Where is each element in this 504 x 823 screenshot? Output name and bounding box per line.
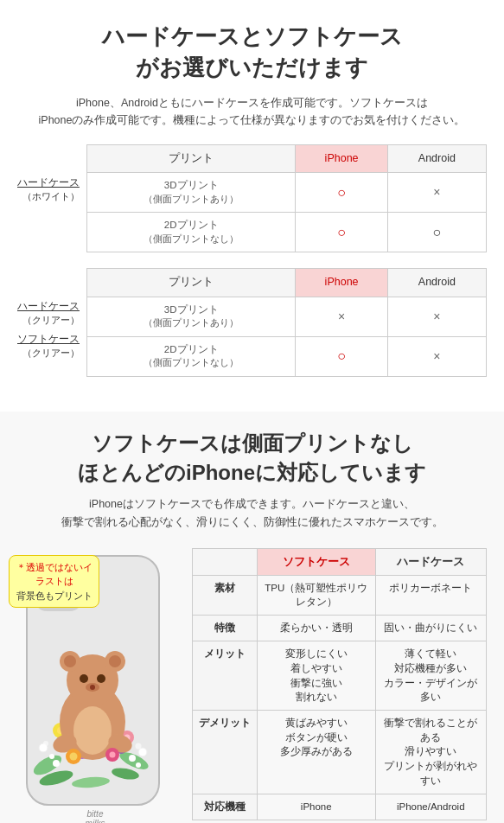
label-hard-clear-main: ハードケース [17,299,80,314]
svg-point-40 [129,755,136,762]
section2-desc: iPhoneはソフトケースでも作成できます。ハードケースと違い、 衝撃で割れる心… [17,495,487,533]
hard-merit: 薄くて軽い対応機種が多いカラー・デザインが多い [375,641,487,711]
compare-table: ソフトケース ハードケース 素材 TPU（熱可塑性ポリウレタン） ポリカーボネー… [192,548,487,820]
table-row: メリット 変形しにくい着しやすい衝撃に強い割れない 薄くて軽い対応機種が多いカラ… [193,641,487,711]
table-row: 対応機種 iPhone iPhone/Android [193,794,487,820]
iphone-cell: × [296,297,387,336]
table1: プリント iPhone Android 3Dプリント（側面プリントあり） ○ ×… [86,144,487,253]
table2-block: プリント iPhone Android 3Dプリント（側面プリントあり） × ×… [86,268,487,377]
table-row: 3Dプリント（側面プリントあり） ○ × [87,173,487,213]
col-print-header: プリント [87,144,296,173]
hard-feature: 固い・曲がりにくい [375,616,487,641]
compare-area: ＊透過ではないイラストは背景色もプリント [17,548,487,823]
table-row: 素材 TPU（熱可塑性ポリウレタン） ポリカーボネート [193,575,487,615]
label-demerit: デメリット [193,711,258,794]
svg-point-8 [136,743,142,749]
table1-left-labels: ハードケース （ホワイト） [17,144,86,207]
table2: プリント iPhone Android 3Dプリント（側面プリントあり） × ×… [86,268,487,377]
svg-point-31 [73,706,112,755]
label-hard-sub: （ホワイト） [17,190,80,203]
col-print-header2: プリント [87,269,296,297]
label-hard-clear-sub: （クリアー） [17,314,80,327]
table-row: デメリット 黄ばみやすいボタンが硬い多少厚みがある 衝撃で割れることがある滑りや… [193,711,487,794]
svg-point-37 [110,751,116,757]
print-cell: 3Dプリント（側面プリントあり） [87,297,296,336]
android-cell: × [387,336,486,376]
svg-point-30 [90,685,95,690]
table-row: 2Dプリント（側面プリントなし） ○ × [87,336,487,376]
label-soft-clear-sub: （クリアー） [17,347,80,360]
label-soft-clear-main: ソフトケース [17,332,80,347]
svg-point-6 [43,741,48,746]
label-hard-clear: ハードケース （クリアー） [17,299,80,327]
table2-left-labels: ハードケース （クリアー） ソフトケース （クリアー） [17,268,86,363]
svg-point-35 [70,752,78,760]
section1: ハードケースとソフトケースがお選びいただけます iPhone、Androidとも… [0,0,504,394]
soft-merit: 変形しにくい着しやすい衝撃に強い割れない [258,641,376,711]
phone-side: ＊透過ではないイラストは背景色もプリント [17,548,182,823]
svg-point-38 [53,760,60,767]
section2: ソフトケースは側面プリントなしほとんどのiPhoneに対応しています iPhon… [0,412,504,823]
phone-brand-label: bittemilks [17,809,173,823]
table-row: 3Dプリント（側面プリントあり） × × [87,297,487,336]
table-row: 2Dプリント（側面プリントなし） ○ ○ [87,213,487,252]
svg-point-28 [97,674,105,683]
table-row: 特徴 柔らかい・透明 固い・曲がりにくい [193,616,487,641]
col-iphone-header: iPhone [296,144,387,173]
svg-point-4 [72,775,111,789]
android-cell: ○ [387,213,486,252]
label-material: 素材 [193,575,258,615]
col-iphone-header2: iPhone [296,269,387,297]
section1-title: ハードケースとソフトケースがお選びいただけます [17,21,487,84]
print-cell: 2Dプリント（側面プリントなし） [87,336,296,376]
label-merit: メリット [193,641,258,711]
soft-feature: 柔らかい・透明 [258,616,376,641]
label-soft-clear: ソフトケース （クリアー） [17,332,80,360]
soft-demerit: 黄ばみやすいボタンが硬い多少厚みがある [258,711,376,794]
svg-point-24 [64,655,76,667]
soft-models: iPhone [258,794,376,820]
print-cell: 3Dプリント（側面プリントあり） [87,173,296,213]
android-cell: × [387,173,486,213]
svg-point-41 [136,762,141,768]
hard-material: ポリカーボネート [375,575,487,615]
svg-point-39 [49,754,54,759]
iphone-cell: ○ [296,336,387,376]
hard-demerit: 衝撃で割れることがある滑りやすいプリントが剥がれやすい [375,711,487,794]
bear-flowers-svg [30,609,156,804]
hard-models: iPhone/Android [375,794,487,820]
section2-title: ソフトケースは側面プリントなしほとんどのiPhoneに対応しています [17,429,487,487]
svg-point-3 [111,766,140,781]
empty-header [193,548,258,575]
print-cell: 2Dプリント（側面プリントなし） [87,213,296,252]
android-cell: × [387,297,486,336]
soft-material: TPU（熱可塑性ポリウレタン） [258,575,376,615]
svg-point-7 [138,748,147,756]
label-hard-main: ハードケース [17,175,80,190]
svg-point-27 [80,674,88,683]
phone-note: ＊透過ではないイラストは背景色もプリント [9,555,99,609]
svg-point-26 [109,655,121,667]
iphone-cell: ○ [296,173,387,213]
hard-case-header: ハードケース [375,548,487,575]
iphone-cell: ○ [296,213,387,252]
compare-table-wrap: ソフトケース ハードケース 素材 TPU（熱可塑性ポリウレタン） ポリカーボネー… [192,548,487,823]
bear-illustration [28,605,158,804]
section1-desc: iPhone、Androidともにハードケースを作成可能です。ソフトケースは i… [17,94,487,129]
col-android-header2: Android [387,269,486,297]
label-models: 対応機種 [193,794,258,820]
table1-block: プリント iPhone Android 3Dプリント（側面プリントあり） ○ ×… [86,144,487,253]
soft-case-header: ソフトケース [258,548,376,575]
label-feature: 特徴 [193,616,258,641]
col-android-header: Android [387,144,486,173]
label-hard-white: ハードケース （ホワイト） [17,175,80,203]
